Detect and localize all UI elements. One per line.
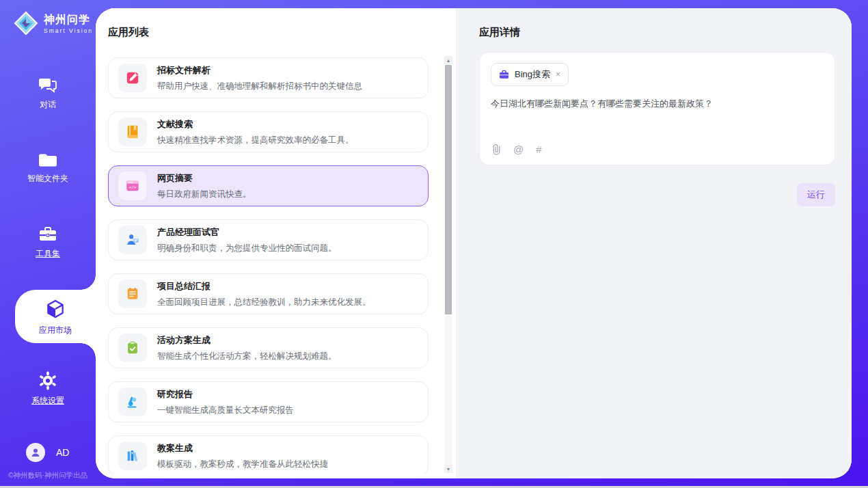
content-panel: 应用列表 招标文件解析 帮助用户快速、准确地理解和解析招标书中的关键信息 — [96, 8, 852, 478]
app-list-section: 应用列表 招标文件解析 帮助用户快速、准确地理解和解析招标书中的关键信息 — [96, 8, 456, 478]
gear-icon — [38, 371, 57, 390]
list-scrollbar[interactable]: ▲ ▼ — [444, 56, 452, 473]
books-icon — [118, 442, 147, 470]
interviewer-icon — [118, 226, 147, 254]
run-button[interactable]: 运行 — [797, 183, 835, 206]
toolbox-icon — [38, 226, 57, 243]
app-name: 文献搜索 — [157, 118, 354, 131]
sidebar-item-settings[interactable]: 系统设置 — [0, 371, 96, 407]
scrollbar-down-arrow[interactable]: ▼ — [444, 465, 452, 473]
app-desc: 帮助用户快速、准确地理解和解析招标书中的关键信息 — [157, 81, 362, 92]
sidebar-item-label: 应用市场 — [39, 325, 72, 336]
app-desc: 智能生成个性化活动方案，轻松解决规划难题。 — [157, 351, 337, 362]
app-card-project-summary[interactable]: 项目总结汇报 全面回顾项目进展，总结经验教训，助力未来优化发展。 — [108, 273, 429, 314]
research-icon — [118, 388, 147, 416]
user-account[interactable]: AD — [26, 443, 69, 462]
app-desc: 每日政府新闻资讯快查。 — [157, 189, 252, 200]
app-name: 网页摘要 — [157, 172, 252, 185]
app-desc: 明确身份和职责，为您提供专业性的面试问题。 — [157, 243, 337, 254]
brand-name: 神州问学 — [44, 13, 93, 27]
app-card-literature-search[interactable]: 文献搜索 快速精准查找学术资源，提高研究效率的必备工具。 — [108, 111, 429, 152]
app-name: 产品经理面试官 — [157, 226, 337, 239]
app-card-lesson-plan[interactable]: 教案生成 模板驱动，教案秒成，教学准备从此轻松快捷 — [108, 435, 429, 474]
attachment-toolbar: @ # — [492, 144, 542, 155]
avatar — [26, 443, 45, 462]
book-icon — [118, 118, 147, 146]
tool-tag-bing-search[interactable]: Bing搜索 × — [491, 63, 569, 86]
app-name: 招标文件解析 — [157, 64, 362, 77]
app-detail-title: 应用详情 — [479, 26, 852, 39]
app-card-pm-interviewer[interactable]: 产品经理面试官 明确身份和职责，为您提供专业性的面试问题。 — [108, 219, 429, 260]
app-name: 活动方案生成 — [157, 334, 337, 347]
sidebar-item-chat[interactable]: 对话 — [0, 77, 96, 111]
chat-icon — [38, 77, 57, 94]
app-card-web-summary[interactable]: </> 网页摘要 每日政府新闻资讯快查。 — [108, 165, 429, 206]
sidebar: 神州问学 Smart Vision 对话 智能文件夹 工具集 — [0, 0, 96, 488]
app-desc: 快速精准查找学术资源，提高研究效率的必备工具。 — [157, 135, 354, 146]
paperclip-icon[interactable] — [492, 144, 501, 155]
app-desc: 模板驱动，教案秒成，教学准备从此轻松快捷 — [157, 459, 328, 470]
user-initials: AD — [56, 447, 69, 458]
sidebar-item-app-market[interactable]: 应用市场 — [15, 290, 96, 343]
gem-logo-icon — [14, 11, 38, 36]
web-code-icon: </> — [118, 172, 147, 200]
sidebar-item-label: 智能文件夹 — [27, 173, 68, 185]
app-name: 研究报告 — [157, 388, 294, 401]
clipboard-check-icon — [118, 334, 147, 362]
brand-tagline: Smart Vision — [44, 27, 93, 34]
svg-text:</>: </> — [129, 185, 137, 189]
brand-logo: 神州问学 Smart Vision — [14, 11, 93, 36]
sidebar-item-label: 对话 — [40, 99, 56, 111]
app-list-scroll-area: 招标文件解析 帮助用户快速、准确地理解和解析招标书中的关键信息 — [96, 53, 456, 474]
briefcase-icon — [499, 70, 509, 79]
app-detail-section: 应用详情 Bing搜索 × 今日湖北有哪些新闻要点？有哪些需要关注的最新政策？ … — [456, 8, 852, 478]
cube-icon — [44, 298, 66, 320]
tool-tag-label: Bing搜索 — [515, 68, 550, 81]
copyright-footer: ©神州数码·神州问学出品 — [0, 471, 96, 480]
query-input[interactable]: 今日湖北有哪些新闻要点？有哪些需要关注的最新政策？ — [491, 98, 824, 110]
app-desc: 一键智能生成高质量长文本研究报告 — [157, 405, 294, 416]
user-icon — [30, 447, 41, 458]
app-name: 教案生成 — [157, 442, 328, 455]
brand-text: 神州问学 Smart Vision — [44, 13, 93, 34]
summary-note-icon — [118, 280, 147, 308]
sidebar-item-label: 系统设置 — [31, 395, 64, 407]
sidebar-item-toolset[interactable]: 工具集 — [0, 226, 96, 260]
app-name: 项目总结汇报 — [157, 280, 371, 293]
app-list-title: 应用列表 — [108, 26, 456, 39]
edit-document-icon — [118, 64, 147, 92]
tag-close-icon[interactable]: × — [556, 70, 560, 79]
query-card: Bing搜索 × 今日湖北有哪些新闻要点？有哪些需要关注的最新政策？ @ # — [479, 52, 835, 165]
app-desc: 全面回顾项目进展，总结经验教训，助力未来优化发展。 — [157, 297, 371, 308]
at-mention-icon[interactable]: @ — [513, 144, 524, 155]
app-card-bid-parse[interactable]: 招标文件解析 帮助用户快速、准确地理解和解析招标书中的关键信息 — [108, 57, 429, 98]
sidebar-item-label: 工具集 — [36, 248, 60, 260]
app-cards: 招标文件解析 帮助用户快速、准确地理解和解析招标书中的关键信息 — [96, 53, 456, 474]
scrollbar-up-arrow[interactable]: ▲ — [444, 56, 452, 64]
scrollbar-thumb[interactable] — [445, 65, 452, 314]
app-card-research-report[interactable]: 研究报告 一键智能生成高质量长文本研究报告 — [108, 381, 429, 422]
app-card-event-plan[interactable]: 活动方案生成 智能生成个性化活动方案，轻松解决规划难题。 — [108, 327, 429, 368]
folder-icon — [38, 152, 57, 168]
sidebar-item-smart-folder[interactable]: 智能文件夹 — [0, 152, 96, 185]
run-row: 运行 — [456, 183, 835, 206]
hash-tag-icon[interactable]: # — [536, 144, 541, 155]
